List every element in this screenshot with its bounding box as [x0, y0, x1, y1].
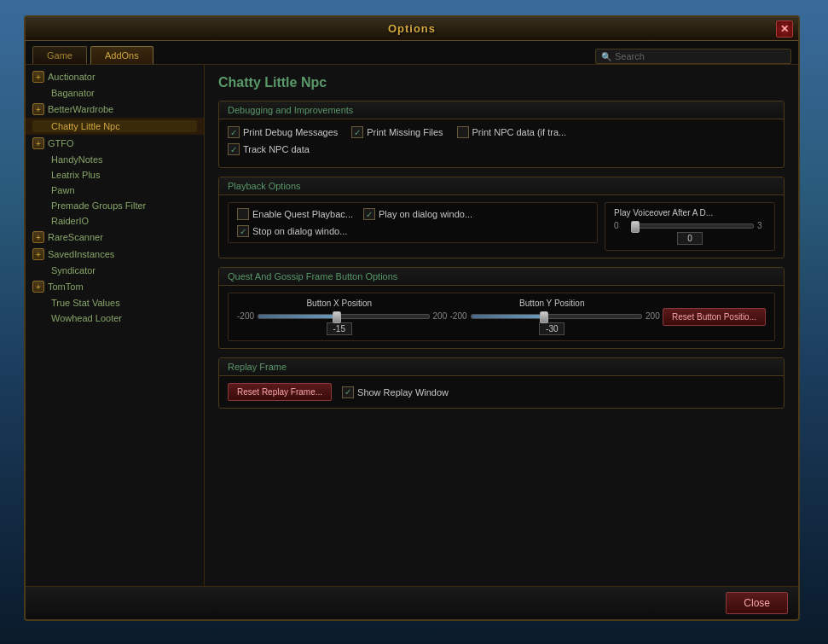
section-header-replay: Replay Frame	[219, 358, 784, 376]
search-input[interactable]	[615, 51, 785, 61]
checkbox-enable-quest[interactable]: Enable Quest Playbac...	[237, 208, 353, 220]
section-body-debugging: Print Debug Messages Print Missing Files…	[219, 119, 784, 167]
addon-label-tomtom: TomTom	[48, 281, 84, 292]
section-body-playback: Enable Quest Playbac... Play on dialog w…	[219, 195, 784, 258]
sidebar-item-premade[interactable]: Premade Groups Filter	[26, 198, 204, 213]
sidebar-item-wowhead[interactable]: Wowhead Looter	[26, 310, 204, 326]
main-panel: Chatty Little Npc Debugging and Improvem…	[205, 65, 798, 586]
section-debugging: Debugging and Improvements Print Debug M…	[218, 101, 785, 168]
sidebar-item-raiderio[interactable]: RaiderIO	[26, 213, 204, 229]
search-icon: 🔍	[601, 52, 611, 61]
sidebar-item-baganator[interactable]: Baganator	[26, 85, 204, 101]
checkbox-label-print-npc: Print NPC data (if tra...	[472, 127, 567, 137]
addon-label-betterwardrobe: BetterWardrobe	[48, 104, 113, 114]
button-x-min: -200	[237, 311, 254, 321]
checkbox-label-show-replay: Show Replay Window	[357, 387, 449, 397]
section-header-debugging: Debugging and Improvements	[219, 102, 784, 119]
sidebar-item-truestat[interactable]: True Stat Values	[26, 295, 204, 310]
checkbox-stop-dialog[interactable]: Stop on dialog windo...	[237, 225, 588, 237]
button-x-thumb[interactable]	[333, 311, 341, 323]
playback-row1: Enable Quest Playbac... Play on dialog w…	[237, 208, 588, 220]
checkbox-label-print-debug: Print Debug Messages	[243, 127, 338, 137]
section-quest: Quest And Gossip Frame Button Options Bu…	[218, 267, 785, 349]
plus-icon-tomtom[interactable]: +	[32, 281, 44, 293]
checkbox-label-stop-dialog: Stop on dialog windo...	[252, 226, 347, 236]
button-y-value[interactable]: -30	[539, 322, 565, 335]
button-y-slider-track[interactable]	[471, 314, 643, 319]
reset-replay-frame-btn[interactable]: Reset Replay Frame...	[228, 383, 332, 401]
playback-checkboxes: Enable Quest Playbac... Play on dialog w…	[228, 202, 598, 243]
checkbox-print-npc[interactable]: Print NPC data (if tra...	[457, 126, 567, 138]
sidebar-item-gtfo[interactable]: + GTFO	[26, 135, 204, 152]
checkbox-icon-print-debug[interactable]	[228, 126, 240, 138]
plus-icon-savedinstances[interactable]: +	[32, 248, 44, 260]
plus-icon-auctionator[interactable]: +	[32, 71, 44, 83]
content-area: + Auctionator Baganator + BetterWardrobe…	[26, 65, 798, 586]
button-x-slider-container: -200 200	[237, 311, 442, 321]
quest-sliders-group: Button X Position -200 200	[228, 293, 775, 341]
sidebar-item-rarescanner[interactable]: + RareScanner	[26, 229, 204, 246]
checkbox-label-print-missing: Print Missing Files	[367, 127, 443, 137]
sidebar-item-handynotes[interactable]: HandyNotes	[26, 152, 204, 167]
sidebar-item-leatrixplus[interactable]: Leatrix Plus	[26, 167, 204, 183]
button-x-max: 200	[433, 311, 442, 321]
checkbox-icon-show-replay[interactable]	[342, 386, 354, 398]
checkbox-print-debug[interactable]: Print Debug Messages	[228, 126, 338, 138]
addon-label-handynotes: HandyNotes	[32, 154, 103, 165]
voiceover-slider-max: 3	[757, 221, 766, 230]
button-y-min: -200	[450, 311, 467, 321]
addon-label-chattylittlenpc: Chatty Little Npc	[32, 120, 197, 132]
checkbox-play-dialog[interactable]: Play on dialog windo...	[363, 208, 472, 220]
voiceover-slider-title: Play Voiceover After A D...	[614, 208, 766, 218]
addon-label-rarescanner: RareScanner	[48, 232, 103, 242]
button-y-max: 200	[646, 311, 654, 321]
plus-icon-rarescanner[interactable]: +	[32, 231, 44, 243]
checkbox-show-replay[interactable]: Show Replay Window	[342, 386, 449, 398]
voiceover-slider-thumb[interactable]	[631, 221, 640, 233]
voiceover-value-wrapper: 0	[614, 232, 766, 245]
sidebar-item-betterwardrobe[interactable]: + BetterWardrobe	[26, 101, 204, 118]
button-y-thumb[interactable]	[540, 311, 548, 323]
debug-row-1: Print Debug Messages Print Missing Files…	[228, 126, 775, 138]
addon-label-raiderio: RaiderIO	[32, 216, 89, 226]
tab-addons[interactable]: AddOns	[90, 46, 153, 64]
button-y-title: Button Y Position	[450, 299, 655, 308]
tab-game[interactable]: Game	[32, 46, 87, 64]
reset-button-position-btn[interactable]: Reset Button Positio...	[663, 308, 766, 326]
voiceover-slider-track[interactable]	[634, 223, 754, 229]
plus-icon-gtfo[interactable]: +	[32, 137, 44, 149]
checkbox-icon-print-npc[interactable]	[457, 126, 469, 138]
button-x-slider-track[interactable]	[258, 314, 430, 319]
sidebar-item-tomtom[interactable]: + TomTom	[26, 278, 204, 295]
addon-label-savedinstances: SavedInstances	[48, 249, 114, 259]
addon-label-gtfo: GTFO	[48, 138, 74, 148]
checkbox-label-enable-quest: Enable Quest Playbac...	[252, 209, 353, 219]
sidebar-item-auctionator[interactable]: + Auctionator	[26, 68, 204, 85]
sidebar-item-pawn[interactable]: Pawn	[26, 183, 204, 198]
voiceover-slider-value[interactable]: 0	[677, 232, 703, 245]
replay-controls-row: Reset Replay Frame... Show Replay Window	[228, 383, 775, 401]
window-close-button[interactable]: ✕	[776, 20, 793, 38]
section-body-replay: Reset Replay Frame... Show Replay Window	[219, 376, 784, 408]
section-body-quest: Button X Position -200 200	[219, 286, 784, 348]
checkbox-icon-enable-quest[interactable]	[237, 208, 249, 220]
sidebar-item-chattylittlenpc[interactable]: Chatty Little Npc	[26, 118, 204, 135]
tab-bar: Game AddOns 🔍	[26, 41, 798, 64]
checkbox-icon-play-dialog[interactable]	[363, 208, 375, 220]
addon-label-baganator: Baganator	[32, 88, 95, 98]
addon-label-premade: Premade Groups Filter	[32, 200, 146, 211]
button-x-value[interactable]: -15	[327, 322, 352, 335]
checkbox-icon-print-missing[interactable]	[351, 126, 363, 138]
playback-options-list: Enable Quest Playbac... Play on dialog w…	[237, 208, 588, 237]
quest-reset-btn-wrapper: Reset Button Positio...	[663, 308, 766, 326]
sidebar-item-syndicator[interactable]: Syndicator	[26, 263, 204, 278]
checkbox-icon-stop-dialog[interactable]	[237, 225, 249, 237]
checkbox-icon-track-npc[interactable]	[228, 143, 240, 155]
sidebar-item-savedinstances[interactable]: + SavedInstances	[26, 246, 204, 263]
plus-icon-betterwardrobe[interactable]: +	[32, 103, 44, 115]
checkbox-track-npc[interactable]: Track NPC data	[228, 143, 310, 155]
addon-label-wowhead: Wowhead Looter	[32, 313, 122, 323]
close-button[interactable]: Close	[726, 592, 788, 614]
section-header-quest: Quest And Gossip Frame Button Options	[219, 268, 784, 286]
checkbox-print-missing[interactable]: Print Missing Files	[351, 126, 443, 138]
